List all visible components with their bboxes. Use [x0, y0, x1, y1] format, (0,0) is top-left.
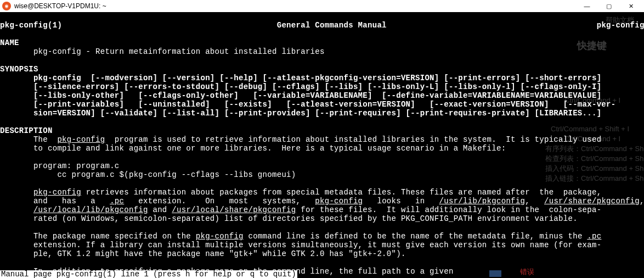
comma-1: , — [525, 197, 544, 205]
desc-p3-c: extension. If a library can install mult… — [0, 241, 601, 249]
desc-p2-a — [0, 188, 33, 197]
ubuntu-icon: ◉ — [2, 2, 11, 10]
synopsis-line-1: pkg-config [--modversion] [--version] [-… — [0, 74, 601, 82]
desc-p2-d: extension. On most systems, — [124, 197, 315, 205]
path-4: /usr/local/share/pkgconfig — [172, 205, 296, 214]
terminal-content[interactable]: pkg-config(1) General Commands Manual pk… — [0, 12, 644, 278]
desc-p1-c: to compile and link against one or more … — [0, 144, 506, 153]
desc-p2-c: and has a — [0, 197, 110, 205]
pkg-config-underline-1: pkg-config — [57, 135, 105, 144]
close-button[interactable]: ✕ — [620, 1, 642, 12]
window-titlebar: ◉ wise@DESKTOP-V1PDM1U: ~ — ▢ ✕ — [0, 0, 644, 12]
desc-p2-g: for these files. It will additionally lo… — [296, 205, 602, 214]
path-1: /usr/lib/pkgconfig — [439, 197, 526, 205]
section-name-heading: NAME — [0, 38, 19, 47]
window-controls: — ▢ ✕ — [576, 1, 642, 12]
path-3: /usr/local/lib/pkgconfig — [33, 205, 148, 214]
man-header-left: pkg-config(1) — [0, 21, 62, 30]
comma-2: , — [640, 197, 644, 205]
and-word: and — [148, 205, 172, 214]
minimize-button[interactable]: — — [576, 1, 598, 12]
desc-p3-b: command line is defined to be the name o… — [244, 232, 587, 241]
desc-p2-f — [0, 205, 33, 214]
pkg-config-underline-4: pkg-config — [196, 232, 244, 241]
section-synopsis-heading: SYNOPSIS — [0, 65, 38, 74]
desc-p2-h: rated (on Windows, semicolon-separated) … — [0, 214, 578, 223]
name-body: pkg-config - Return metainformation abou… — [0, 47, 325, 56]
desc-p3-d: ple, GTK 1.2 might have the package name… — [0, 249, 406, 258]
path-2: /usr/share/pkgconfig — [544, 197, 640, 205]
synopsis-line-5: sion=VERSION] [--validate] [--list-all] … — [0, 109, 601, 118]
man-header-right: pkg-config(1) — [597, 21, 644, 30]
synopsis-line-3: [--libs-only-other] [--cflags-only-other… — [0, 91, 601, 100]
desc-program-2: cc program.c $(pkg-config --cflags --lib… — [0, 170, 296, 179]
pc-ext-underline-2: .pc — [587, 232, 601, 241]
desc-p1-b: program is used to retrieve information … — [105, 135, 601, 144]
desc-p2-b: retrieves information about packages fro… — [81, 188, 601, 197]
section-description-heading: DESCRIPTION — [0, 126, 53, 135]
pc-ext-underline-1: .pc — [110, 197, 124, 205]
window-title: wise@DESKTOP-V1PDM1U: ~ — [14, 2, 576, 10]
man-status-line: Manual page pkg-config(1) line 1 (press … — [0, 270, 297, 278]
man-header-center: General Commands Manual — [277, 21, 387, 30]
pkg-config-underline-2: pkg-config — [33, 188, 81, 197]
desc-p1-a: The — [0, 135, 57, 144]
desc-program-1: program: program.c — [0, 162, 120, 170]
synopsis-line-4: [--print-variables] [--uninstalled] [--e… — [0, 100, 615, 109]
desc-p3-a: The package name specified on the — [0, 232, 196, 241]
desc-p2-e: looks in — [363, 197, 439, 205]
pkg-config-underline-3: pkg-config — [315, 197, 363, 205]
synopsis-line-2: [--silence-errors] [--errors-to-stdout] … — [0, 82, 601, 91]
maximize-button[interactable]: ▢ — [598, 1, 620, 12]
